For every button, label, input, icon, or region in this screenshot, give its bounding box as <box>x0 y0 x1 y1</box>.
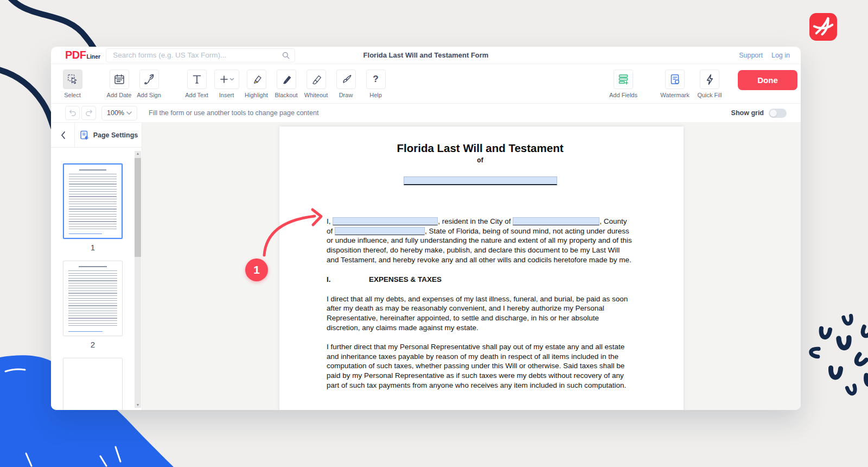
redo-button[interactable] <box>81 106 96 120</box>
main-area: Page Settings 1 2 3 ▲ ▼ <box>51 123 801 410</box>
tool-label: Add Sign <box>137 92 161 98</box>
page-settings-label: Page Settings <box>93 131 138 139</box>
section-title: EXPENSES & TAXES <box>369 275 442 285</box>
page-settings-tab[interactable]: Page Settings <box>74 123 142 147</box>
show-grid-control: Show grid <box>731 109 787 118</box>
section-paragraph-1: I direct that all my debts, and expenses… <box>327 294 634 332</box>
tool-label: Quick Fill <box>697 92 722 98</box>
page-settings-icon <box>79 130 90 141</box>
search-form <box>106 48 295 62</box>
section-paragraph-2: I further direct that my Personal Repres… <box>327 342 634 390</box>
done-button[interactable]: Done <box>738 70 797 90</box>
tool-label: Watermark <box>660 92 689 98</box>
tool-add-sign[interactable]: Add Sign <box>134 70 164 98</box>
tool-draw[interactable]: Draw <box>331 70 361 98</box>
thumb-link-line <box>69 234 102 235</box>
pdfliner-logo[interactable]: PDFLiner <box>65 49 100 61</box>
paintbrush-icon <box>336 70 356 89</box>
fill-field-county[interactable] <box>335 227 425 235</box>
section-heading: I. EXPENSES & TAXES <box>327 275 634 285</box>
tool-select[interactable]: Select <box>58 70 87 98</box>
insert-plus-icon <box>214 70 239 89</box>
toolbar-right: Add Fields Watermark Quick Fill Done <box>606 70 797 98</box>
toolbar-hint-text: Fill the form or use another tools to ch… <box>149 109 318 117</box>
tool-highlight[interactable]: Highlight <box>241 70 271 98</box>
fill-field-full-name[interactable] <box>404 176 557 185</box>
add-fields-icon <box>614 70 633 89</box>
logo-liner-text: Liner <box>87 53 101 60</box>
chevron-down-icon <box>126 111 132 115</box>
scroll-up-arrow[interactable]: ▲ <box>135 151 141 156</box>
tool-label: Select <box>64 92 81 98</box>
tool-quick-fill[interactable]: Quick Fill <box>692 70 727 98</box>
highlighter-icon <box>247 70 266 89</box>
show-grid-toggle[interactable] <box>769 109 787 118</box>
intro-text: I, <box>327 217 333 225</box>
zoom-select[interactable]: 100% <box>101 106 137 121</box>
page-number: 1 <box>63 243 123 252</box>
tool-blackout[interactable]: Blackout <box>271 70 301 98</box>
will-subtitle: of <box>327 156 634 166</box>
tool-label: Add Text <box>185 92 208 98</box>
search-icon[interactable] <box>282 51 290 60</box>
header-links: Support Log in <box>739 52 801 59</box>
login-link[interactable]: Log in <box>771 52 790 59</box>
navy-spots <box>810 315 868 394</box>
tool-insert[interactable]: Insert <box>212 70 241 98</box>
whiteout-brush-icon <box>307 70 326 89</box>
tool-whiteout[interactable]: Whiteout <box>301 70 331 98</box>
tool-help[interactable]: ? Help <box>361 70 391 98</box>
page-thumbnail-1[interactable] <box>63 163 123 239</box>
name-field-row <box>327 176 634 188</box>
logo-pdf-text: PDF <box>65 49 86 61</box>
section-number: I. <box>327 275 369 285</box>
document-content: Florida Last Will and Testament of I, , … <box>327 127 634 390</box>
thumb-title-line <box>79 169 107 171</box>
page-thumbnail-2[interactable] <box>63 261 123 336</box>
undo-button[interactable] <box>65 106 80 120</box>
tool-label: Draw <box>339 92 353 98</box>
thumb-text-lines <box>68 270 117 328</box>
tool-label: Whiteout <box>304 92 328 98</box>
tool-watermark[interactable]: Watermark <box>658 70 692 98</box>
tool-add-date[interactable]: Add Date <box>104 70 134 98</box>
page-thumbnails-list: 1 2 3 <box>51 148 142 410</box>
text-icon <box>187 70 207 89</box>
page-thumb-item: 3 <box>63 358 123 410</box>
watermark-icon <box>665 70 685 89</box>
support-link[interactable]: Support <box>739 52 763 59</box>
page-thumb-item: 1 <box>63 163 123 252</box>
pdfliner-app-icon <box>809 13 837 41</box>
document-page: Florida Last Will and Testament of I, , … <box>279 127 684 410</box>
tool-label: Add Date <box>107 92 132 98</box>
document-canvas: Florida Last Will and Testament of I, , … <box>142 123 801 410</box>
tool-label: Blackout <box>275 92 297 98</box>
fill-field-city[interactable] <box>513 217 599 225</box>
intro-paragraph: I, , resident in the City of , County of… <box>327 217 634 264</box>
sub-toolbar: 100% Fill the form or use another tools … <box>51 103 801 123</box>
app-header: PDFLiner Florida Last Will and Testament… <box>51 47 801 64</box>
pages-sidebar: Page Settings 1 2 3 ▲ ▼ <box>51 123 142 410</box>
step-number-badge: 1 <box>245 258 268 281</box>
signature-pen-icon <box>139 70 159 89</box>
tool-add-fields[interactable]: Add Fields <box>606 70 641 98</box>
main-toolbar: Select Add Date Add Sign Add Text Insert… <box>51 64 801 103</box>
thumb-text-lines <box>69 174 117 230</box>
scroll-down-arrow[interactable]: ▼ <box>135 402 141 408</box>
sidebar-scrollbar[interactable]: ▲ ▼ <box>135 151 141 408</box>
tool-add-text[interactable]: Add Text <box>182 70 212 98</box>
fill-field-testator-name[interactable] <box>333 217 438 225</box>
collapse-sidebar-button[interactable] <box>51 123 74 147</box>
undo-redo-group <box>65 106 96 120</box>
zoom-value: 100% <box>107 109 124 117</box>
search-input[interactable] <box>106 48 295 62</box>
tool-label: Add Fields <box>609 92 637 98</box>
calendar-icon <box>110 70 129 89</box>
chevron-left-icon <box>60 131 66 140</box>
question-mark-icon: ? <box>366 70 386 89</box>
scrollbar-thumb[interactable] <box>135 158 141 257</box>
page-thumb-item: 2 <box>63 261 123 349</box>
tool-label: Highlight <box>245 92 268 98</box>
page-thumbnail-3[interactable] <box>63 358 123 410</box>
toggle-knob <box>770 110 777 117</box>
